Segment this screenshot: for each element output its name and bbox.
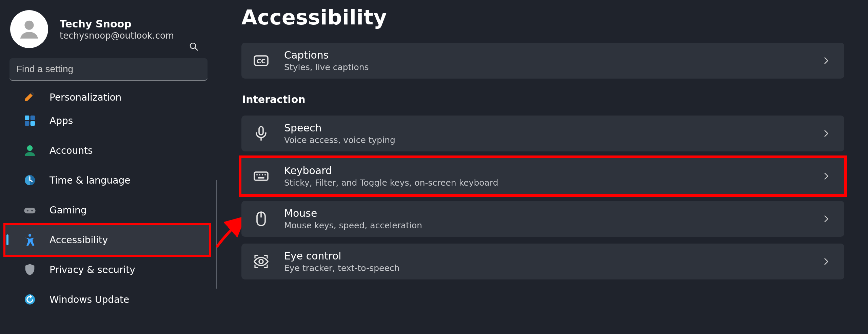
tile-title: Speech <box>284 122 807 134</box>
svg-text:CC: CC <box>257 58 265 65</box>
tile-title: Eye control <box>284 250 807 262</box>
person-icon <box>17 17 42 42</box>
search-icon <box>189 41 199 51</box>
section-interaction: Interaction <box>242 93 844 105</box>
chevron-right-icon <box>822 214 831 223</box>
paintbrush-icon <box>23 89 37 103</box>
keyboard-icon <box>253 168 269 184</box>
chevron-right-icon <box>822 56 831 65</box>
sidebar-item-accessibility[interactable]: Accessibility <box>5 225 209 255</box>
tile-desc: Voice access, voice typing <box>284 135 807 145</box>
captions-icon: CC <box>253 53 269 69</box>
sidebar-item-personalization[interactable]: Personalization <box>5 89 212 106</box>
profile-text: Techy Snoop techysnoop@outlook.com <box>60 18 174 41</box>
chevron-right-icon <box>822 172 831 181</box>
tile-keyboard[interactable]: Keyboard Sticky, Filter, and Toggle keys… <box>241 158 844 194</box>
apps-icon <box>23 114 37 127</box>
tile-text: Mouse Mouse keys, speed, acceleration <box>284 207 807 230</box>
update-icon <box>23 293 37 306</box>
sidebar-item-gaming[interactable]: Gaming <box>5 195 212 225</box>
sidebar-item-label: Personalization <box>50 92 121 103</box>
search-input[interactable] <box>9 58 208 81</box>
sidebar-item-label: Apps <box>50 115 73 126</box>
tile-text: Captions Styles, live captions <box>284 49 807 72</box>
profile-name: Techy Snoop <box>60 18 174 30</box>
svg-point-12 <box>28 234 31 237</box>
svg-rect-3 <box>25 116 29 120</box>
tile-mouse[interactable]: Mouse Mouse keys, speed, acceleration <box>241 201 844 237</box>
svg-rect-4 <box>31 116 35 120</box>
svg-rect-16 <box>259 127 263 135</box>
tile-desc: Mouse keys, speed, acceleration <box>284 221 807 230</box>
svg-point-0 <box>24 21 34 30</box>
svg-point-11 <box>31 210 33 211</box>
sidebar: Techy Snoop techysnoop@outlook.com Perso… <box>0 0 217 334</box>
svg-rect-5 <box>25 121 29 126</box>
svg-point-19 <box>259 174 260 175</box>
svg-point-7 <box>27 145 33 151</box>
nav: Personalization Apps Accounts Time & lan… <box>0 89 217 314</box>
svg-rect-6 <box>31 121 35 126</box>
avatar <box>10 10 48 48</box>
profile-email: techysnoop@outlook.com <box>60 30 174 41</box>
tile-title: Captions <box>284 49 807 61</box>
svg-point-21 <box>264 174 266 175</box>
page-title: Accessibility <box>241 5 844 29</box>
sidebar-item-label: Windows Update <box>50 294 129 305</box>
svg-point-10 <box>27 210 28 211</box>
sidebar-item-label: Accounts <box>50 145 93 156</box>
svg-point-25 <box>259 259 263 264</box>
tile-desc: Eye tracker, text-to-speech <box>284 263 807 273</box>
chevron-right-icon <box>822 257 831 266</box>
svg-point-18 <box>256 174 258 175</box>
sidebar-item-windows-update[interactable]: Windows Update <box>5 285 212 314</box>
sidebar-item-privacy-security[interactable]: Privacy & security <box>5 255 212 285</box>
tile-desc: Styles, live captions <box>284 62 807 72</box>
gaming-icon <box>23 203 37 217</box>
tile-speech[interactable]: Speech Voice access, voice typing <box>241 116 844 151</box>
tile-captions[interactable]: CC Captions Styles, live captions <box>241 43 844 79</box>
sidebar-item-label: Privacy & security <box>50 264 135 275</box>
search-wrap <box>0 58 217 91</box>
tile-text: Speech Voice access, voice typing <box>284 122 807 145</box>
tile-title: Mouse <box>284 207 807 219</box>
accessibility-icon <box>23 233 37 247</box>
tile-text: Keyboard Sticky, Filter, and Toggle keys… <box>284 165 807 188</box>
sidebar-item-label: Gaming <box>50 205 86 216</box>
sidebar-item-label: Accessibility <box>50 234 108 246</box>
eye-icon <box>253 253 269 270</box>
svg-line-2 <box>195 48 197 50</box>
sidebar-item-label: Time & language <box>50 175 131 186</box>
microphone-icon <box>253 125 269 142</box>
svg-point-20 <box>262 174 263 175</box>
svg-rect-22 <box>258 177 264 179</box>
sidebar-item-apps[interactable]: Apps <box>5 106 212 135</box>
content: Accessibility CC Captions Styles, live c… <box>217 0 868 334</box>
tile-eye-control[interactable]: Eye control Eye tracker, text-to-speech <box>241 244 844 279</box>
sidebar-item-accounts[interactable]: Accounts <box>5 135 212 165</box>
tile-text: Eye control Eye tracker, text-to-speech <box>284 250 807 273</box>
profile-block[interactable]: Techy Snoop techysnoop@outlook.com <box>0 7 217 58</box>
tile-desc: Sticky, Filter, and Toggle keys, on-scre… <box>284 178 807 188</box>
svg-rect-17 <box>254 172 268 180</box>
sidebar-item-time-language[interactable]: Time & language <box>5 165 212 195</box>
clock-globe-icon <box>23 173 37 187</box>
svg-rect-9 <box>24 208 35 213</box>
accounts-icon <box>23 144 37 157</box>
tile-title: Keyboard <box>284 165 807 176</box>
mouse-icon <box>253 211 269 227</box>
shield-icon <box>23 263 37 276</box>
chevron-right-icon <box>822 129 831 138</box>
